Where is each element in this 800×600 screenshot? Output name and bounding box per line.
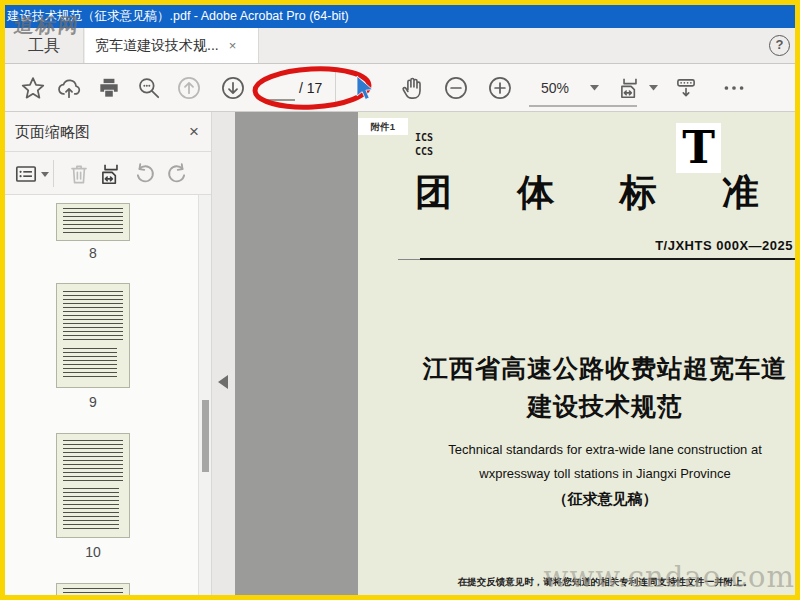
delete-pages-icon[interactable] — [66, 161, 92, 187]
more-options-icon[interactable] — [721, 75, 747, 101]
ics-label: ICS — [415, 132, 433, 143]
thumbnail-options-caret-icon[interactable] — [41, 172, 50, 178]
help-icon[interactable]: ? — [769, 35, 790, 56]
doc-title-cn-line2: 建设技术规范 — [415, 390, 795, 423]
tab-close-icon[interactable]: × — [229, 39, 237, 52]
thumbnail-text-lines — [63, 208, 123, 234]
doc-title-en-line2: wxpressway toll stations in Jiangxi Prov… — [415, 466, 795, 481]
zoom-out-icon[interactable] — [443, 75, 469, 101]
draft-label: （征求意见稿） — [415, 490, 795, 509]
rotate-ccw-icon[interactable] — [132, 161, 158, 187]
collapse-panel-arrow-icon[interactable] — [218, 375, 228, 389]
tab-document[interactable]: 宽车道建设技术规... × — [85, 28, 259, 63]
fit-width-icon[interactable] — [617, 75, 643, 101]
zoom-dropdown-caret-icon[interactable] — [590, 85, 599, 91]
tab-bar: 工具 宽车道建设技术规... × ? — [5, 28, 795, 64]
thumbnails-panel-header: 页面缩略图 × — [5, 112, 211, 152]
zoom-in-icon[interactable] — [487, 75, 513, 101]
next-page-icon[interactable] — [220, 75, 246, 101]
page-thumbnail-10[interactable] — [56, 433, 130, 538]
cndao-watermark: www.cndao.com — [544, 560, 795, 594]
page-thumbnail-11[interactable] — [56, 583, 130, 595]
mouse-cursor-icon — [354, 75, 376, 107]
zoom-field-underline — [529, 105, 637, 107]
standard-type-char: 标 — [620, 168, 657, 218]
doc-title-cn-line1: 江西省高速公路收费站超宽车道 — [415, 352, 795, 385]
page-thumbnail-label: 8 — [56, 245, 130, 261]
document-pane: 附件1 ICS CCS T 团 体 标 准 T/JXHTS 000X—2025 — [235, 112, 795, 595]
panel-splitter[interactable] — [212, 112, 235, 595]
previous-page-icon[interactable] — [176, 75, 202, 101]
standard-t-logo-letter: T — [682, 122, 715, 173]
thumbnails-panel-title: 页面缩略图 — [15, 112, 90, 152]
page-thumbnail-label: 9 — [56, 394, 130, 410]
thumbnail-options-icon[interactable] — [13, 161, 39, 187]
thumbnails-panel-toolbar — [5, 152, 211, 195]
header-rule — [420, 258, 795, 260]
favorites-star-icon[interactable] — [20, 75, 46, 101]
fit-dropdown-caret-icon[interactable] — [649, 85, 658, 91]
hand-tool-icon[interactable] — [399, 75, 425, 101]
header-rule-stub — [398, 259, 420, 260]
search-zoom-icon[interactable] — [136, 75, 162, 101]
window-title: 建设技术规范（征求意见稿）.pdf - Adobe Acrobat Pro (6… — [7, 9, 349, 23]
standard-code: T/JXHTS 000X—2025 — [655, 238, 793, 253]
print-icon[interactable] — [96, 75, 122, 101]
standard-type-char: 体 — [517, 168, 554, 218]
standard-type-char: 准 — [722, 168, 759, 218]
thumbnails-list: 8 9 10 — [5, 195, 211, 595]
thumbnail-text-lines — [63, 488, 119, 532]
thumbnail-text-lines — [63, 348, 117, 380]
panel-scrollbar[interactable] — [198, 195, 211, 595]
thumbnail-text-lines — [63, 291, 123, 343]
tab-tools[interactable]: 工具 — [5, 28, 84, 63]
ccs-label: CCS — [415, 146, 433, 157]
page-thumbnail-8[interactable] — [56, 203, 130, 241]
main-area: 页面缩略图 × — [5, 112, 795, 595]
page-thumbnail-9[interactable] — [56, 283, 130, 388]
panel-close-icon[interactable]: × — [189, 112, 199, 152]
standard-t-logo: T — [676, 123, 721, 173]
main-toolbar: / 17 — [5, 64, 795, 112]
doc-title-en-line1: Technical standards for extra-wide lane … — [415, 442, 795, 457]
acrobat-window: 建设技术规范（征求意见稿）.pdf - Adobe Acrobat Pro (6… — [5, 5, 795, 595]
standard-type-char: 团 — [415, 168, 452, 218]
thumbnail-text-lines — [63, 440, 123, 482]
pdf-page: 附件1 ICS CCS T 团 体 标 准 T/JXHTS 000X—2025 — [358, 112, 795, 595]
tab-tools-label: 工具 — [28, 37, 60, 54]
thumbnails-panel: 页面缩略图 × — [5, 112, 212, 595]
share-upload-icon[interactable] — [56, 75, 82, 101]
screenshot-frame: 建设技术规范（征求意见稿）.pdf - Adobe Acrobat Pro (6… — [0, 0, 800, 600]
panel-toolbar-divider — [53, 160, 54, 187]
tab-document-label: 宽车道建设技术规... — [95, 37, 219, 55]
page-thumbnail-label: 10 — [56, 544, 130, 560]
attachment-tag: 附件1 — [358, 118, 408, 135]
thumbnail-text-lines — [63, 588, 123, 595]
standard-type-row: 团 体 标 准 — [415, 168, 759, 218]
page-size-icon[interactable] — [98, 161, 124, 187]
scroll-mode-icon[interactable] — [673, 75, 699, 101]
window-title-bar: 建设技术规范（征求意见稿）.pdf - Adobe Acrobat Pro (6… — [5, 5, 795, 28]
rotate-cw-icon[interactable] — [164, 161, 190, 187]
panel-scrollbar-thumb[interactable] — [202, 400, 209, 472]
